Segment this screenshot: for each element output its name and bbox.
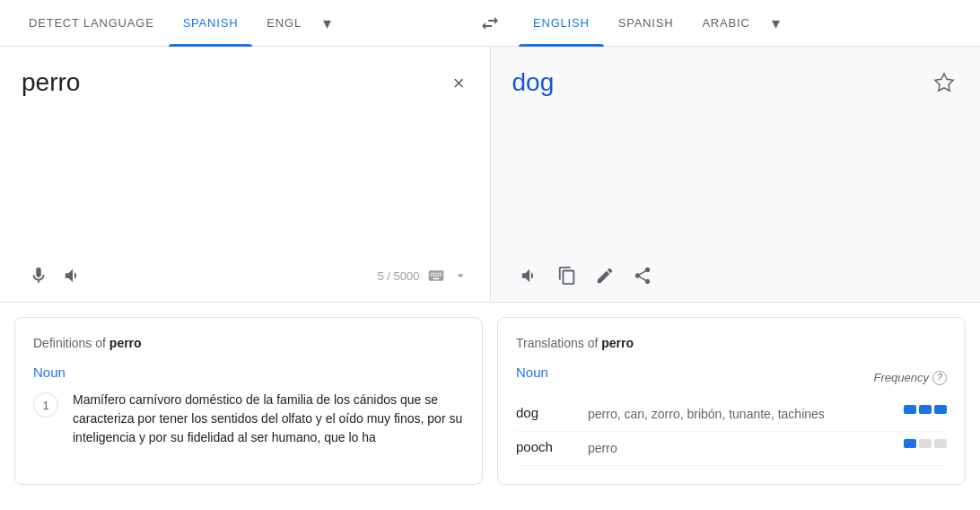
translations-title: Translations of perro (516, 336, 947, 350)
translation-synonyms: perro, can, zorro, bribón, tunante, tach… (588, 405, 893, 424)
freq-bar-pooch-2 (919, 439, 932, 448)
translation-area: perro × 5 / 5000 (0, 47, 980, 303)
top-navigation: DETECT LANGUAGE SPANISH ENGL ▾ ENGLISH S… (0, 0, 980, 47)
target-actions (512, 260, 660, 291)
freq-bar-pooch-3 (934, 439, 947, 448)
definition-text: Mamífero carnívoro doméstico de la famil… (73, 391, 464, 447)
keyboard-icon[interactable] (427, 267, 445, 285)
swap-languages-button[interactable] (461, 13, 519, 34)
source-input[interactable]: perro (22, 68, 450, 194)
definitions-card: Definitions of perro Noun 1 Mamífero car… (14, 317, 483, 485)
source-footer: 5 / 5000 (22, 253, 468, 302)
target-footer (512, 253, 959, 302)
frequency-bars-pooch (904, 439, 947, 448)
mic-icon (29, 266, 48, 286)
frequency-info-icon[interactable]: ? (932, 371, 947, 385)
frequency-label: Frequency ? (874, 371, 947, 385)
clear-button[interactable]: × (450, 68, 468, 99)
freq-bar-1 (904, 405, 916, 414)
translation-word: dog (516, 405, 588, 420)
target-volume-button[interactable] (512, 260, 547, 291)
edit-icon (595, 266, 615, 286)
definition-item: 1 Mamífero carnívoro doméstico de la fam… (33, 391, 464, 447)
copy-button[interactable] (550, 260, 584, 291)
spanish-target-tab[interactable]: SPANISH (604, 0, 688, 47)
translations-noun-label: Noun (516, 365, 548, 380)
frequency-bars-dog (904, 405, 947, 414)
source-mic-button[interactable] (22, 260, 56, 291)
source-lang-selector: DETECT LANGUAGE SPANISH ENGL ▾ (14, 0, 461, 47)
translation-word-pooch: pooch (516, 439, 588, 454)
arabic-target-tab[interactable]: ARABIC (687, 0, 764, 47)
target-lang-selector: ENGLISH SPANISH ARABIC ▾ (519, 0, 966, 47)
english-source-tab[interactable]: ENGL (252, 0, 316, 47)
translation-synonyms-pooch: perro (588, 439, 893, 458)
english-target-tab[interactable]: ENGLISH (519, 0, 604, 47)
volume-icon-target (520, 266, 539, 286)
char-count: 5 / 5000 (378, 267, 468, 285)
translation-row-dog: dog perro, can, zorro, bribón, tunante, … (516, 398, 947, 432)
share-icon (633, 266, 652, 286)
target-panel: dog (491, 47, 981, 302)
detect-language-tab[interactable]: DETECT LANGUAGE (14, 0, 169, 47)
source-volume-button[interactable] (56, 260, 90, 291)
definitions-noun-label: Noun (33, 365, 464, 380)
copy-icon (557, 266, 577, 286)
target-translation: dog (512, 68, 931, 97)
target-lang-dropdown[interactable]: ▾ (765, 13, 787, 33)
freq-bar-3 (934, 405, 947, 414)
definitions-title: Definitions of perro (33, 336, 464, 350)
target-text-row: dog (512, 68, 959, 253)
favorite-button[interactable] (930, 68, 958, 102)
share-button[interactable] (626, 260, 660, 291)
translations-header-row: Noun Frequency ? (516, 365, 947, 391)
spanish-source-tab[interactable]: SPANISH (169, 0, 253, 47)
source-lang-dropdown[interactable]: ▾ (316, 13, 338, 33)
bottom-area: Definitions of perro Noun 1 Mamífero car… (0, 303, 980, 499)
translation-row-pooch: pooch perro (516, 432, 947, 466)
translations-card: Translations of perro Noun Frequency ? d… (497, 317, 966, 485)
swap-icon (479, 13, 501, 34)
definition-number: 1 (33, 392, 58, 418)
edit-button[interactable] (588, 260, 622, 291)
volume-icon-source (63, 266, 83, 286)
source-text-row: perro × (22, 68, 468, 253)
dropdown-arrow-icon[interactable] (452, 268, 468, 284)
freq-bar-2 (919, 405, 932, 414)
freq-bar-pooch-1 (904, 439, 916, 448)
source-panel: perro × 5 / 5000 (0, 47, 491, 302)
star-icon (933, 72, 955, 93)
